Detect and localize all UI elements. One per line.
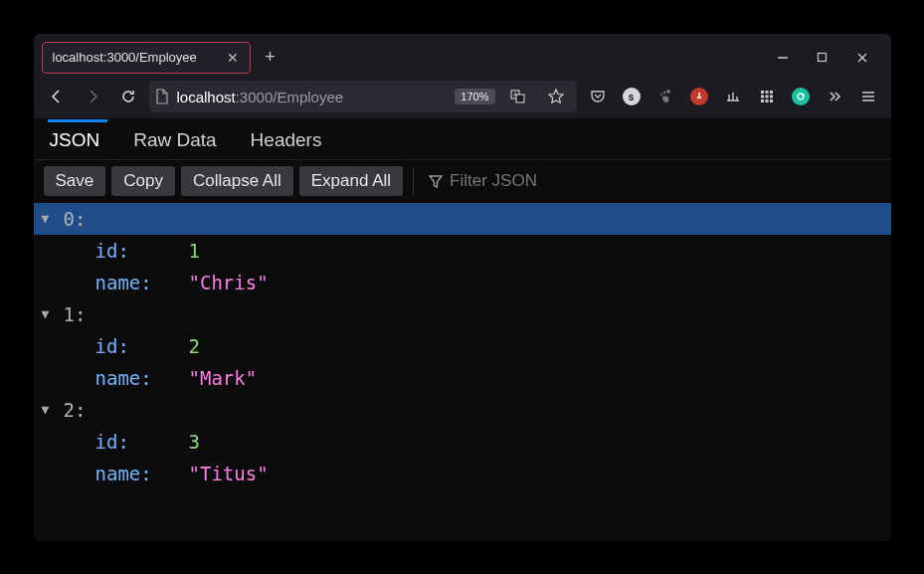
- svg-rect-1: [819, 54, 827, 62]
- copy-button[interactable]: Copy: [111, 166, 175, 196]
- ext-ublock-icon[interactable]: [684, 82, 714, 111]
- translate-icon[interactable]: A: [503, 82, 533, 111]
- svg-point-8: [662, 92, 665, 95]
- ext-gnome-icon[interactable]: [650, 82, 680, 111]
- svg-rect-10: [761, 91, 764, 94]
- json-string-value: "Titus": [189, 463, 269, 484]
- tab-headers[interactable]: Headers: [249, 121, 324, 159]
- svg-rect-17: [765, 99, 768, 102]
- svg-point-9: [660, 94, 662, 96]
- json-property-row[interactable]: id: 1: [34, 235, 891, 267]
- svg-rect-16: [761, 99, 764, 102]
- json-property-row[interactable]: name: "Mark": [34, 362, 891, 394]
- forward-button[interactable]: [78, 82, 107, 111]
- svg-rect-18: [770, 99, 773, 102]
- json-property-row[interactable]: name: "Titus": [34, 458, 891, 489]
- zoom-badge[interactable]: 170%: [455, 89, 494, 104]
- url-box[interactable]: localhost:3000/Employee 170% A: [149, 81, 577, 112]
- expand-all-button[interactable]: Expand All: [299, 166, 403, 196]
- json-property-row[interactable]: id: 2: [34, 330, 891, 362]
- json-property-row[interactable]: id: 3: [34, 426, 891, 458]
- close-window-button[interactable]: [847, 43, 877, 73]
- json-prop-key: id:: [95, 431, 189, 453]
- chevron-down-icon[interactable]: ▼: [42, 402, 60, 417]
- document-icon: [155, 89, 169, 104]
- pocket-icon[interactable]: [583, 82, 613, 111]
- filter-wrap: [424, 171, 880, 191]
- back-button[interactable]: [42, 82, 72, 111]
- toolbar-separator: [413, 167, 414, 195]
- ext-grammarly-icon[interactable]: [786, 82, 816, 111]
- toolbar-icons: s: [583, 82, 883, 111]
- svg-rect-14: [765, 96, 768, 98]
- json-string-value: "Mark": [189, 367, 258, 389]
- json-number-value: 3: [189, 431, 200, 453]
- ext-devtools-icon[interactable]: [718, 82, 748, 111]
- svg-rect-13: [761, 96, 764, 98]
- json-content: ▼ 0: id: 1 name: "Chris" ▼ 1: id: 2 name…: [34, 203, 891, 541]
- tab-raw-data[interactable]: Raw Data: [131, 121, 218, 159]
- minimize-button[interactable]: [768, 43, 798, 73]
- json-prop-key: id:: [95, 240, 189, 262]
- tab-json[interactable]: JSON: [48, 121, 102, 159]
- json-prop-key: name:: [95, 272, 189, 293]
- chevron-down-icon[interactable]: ▼: [42, 211, 60, 226]
- close-tab-icon[interactable]: ✕: [227, 51, 239, 65]
- active-tab-indicator: [48, 119, 107, 122]
- reload-button[interactable]: [113, 82, 143, 111]
- svg-rect-5: [516, 95, 524, 102]
- browser-window: localhost:3000/Employee ✕ +: [34, 34, 891, 541]
- overflow-icon[interactable]: [820, 82, 849, 111]
- json-view-tabs: JSON Raw Data Headers: [34, 119, 891, 159]
- svg-rect-12: [770, 91, 773, 94]
- json-index-key: 2:: [64, 399, 87, 421]
- json-prop-key: name:: [95, 463, 189, 484]
- save-button[interactable]: Save: [44, 166, 106, 196]
- funnel-icon: [428, 173, 444, 189]
- window-controls: [768, 43, 883, 73]
- url-text: localhost:3000/Employee: [177, 89, 448, 105]
- tab-bar: localhost:3000/Employee ✕ +: [34, 34, 891, 76]
- json-toolbar: Save Copy Collapse All Expand All: [34, 159, 891, 203]
- collapse-all-button[interactable]: Collapse All: [181, 166, 293, 196]
- tab-title: localhost:3000/Employee: [53, 50, 197, 65]
- filter-input[interactable]: [450, 171, 648, 191]
- svg-text:A: A: [513, 92, 517, 97]
- hamburger-menu-icon[interactable]: [853, 82, 883, 111]
- json-array-item[interactable]: ▼ 0:: [34, 203, 891, 235]
- json-number-value: 2: [189, 335, 200, 357]
- json-array-item[interactable]: ▼ 1:: [34, 298, 891, 330]
- json-string-value: "Chris": [189, 272, 269, 293]
- bookmark-icon[interactable]: [541, 82, 571, 111]
- ext-s-icon[interactable]: s: [617, 82, 647, 111]
- maximize-button[interactable]: [808, 43, 837, 73]
- svg-rect-11: [765, 91, 768, 94]
- svg-rect-15: [770, 96, 773, 98]
- url-bar-row: localhost:3000/Employee 170% A s: [34, 76, 891, 119]
- ext-apps-icon[interactable]: [752, 82, 782, 111]
- json-property-row[interactable]: name: "Chris": [34, 267, 891, 298]
- svg-point-7: [666, 90, 670, 94]
- json-index-key: 1:: [64, 303, 87, 325]
- json-prop-key: id:: [95, 335, 189, 357]
- json-prop-key: name:: [95, 367, 189, 389]
- json-index-key: 0:: [64, 208, 87, 230]
- json-number-value: 1: [189, 240, 200, 262]
- new-tab-button[interactable]: +: [257, 44, 284, 72]
- chevron-down-icon[interactable]: ▼: [42, 306, 60, 321]
- browser-tab[interactable]: localhost:3000/Employee ✕: [42, 42, 251, 74]
- json-array-item[interactable]: ▼ 2:: [34, 394, 891, 426]
